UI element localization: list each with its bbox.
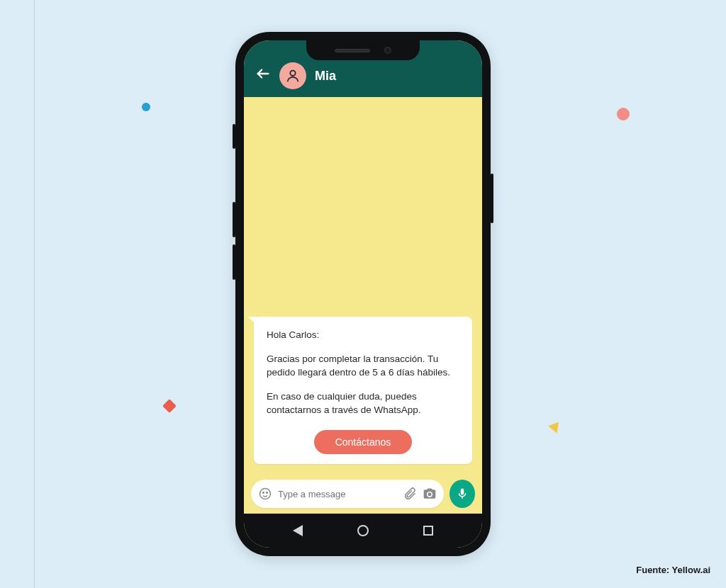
- speaker-icon: [335, 49, 370, 52]
- nav-back-button[interactable]: [291, 524, 305, 538]
- avatar[interactable]: [279, 62, 306, 89]
- bg-vertical-line: [34, 0, 35, 588]
- input-bar: [244, 474, 482, 514]
- square-icon: [423, 526, 433, 536]
- nav-home-button[interactable]: [356, 524, 370, 538]
- message-body-2: En caso de cualquier duda, puedes contac…: [267, 390, 459, 417]
- source-attribution: Fuente: Yellow.ai: [636, 565, 710, 575]
- contact-name: Mia: [315, 69, 336, 84]
- decorative-diamond-red: [162, 399, 177, 413]
- emoji-icon[interactable]: [258, 487, 272, 501]
- message-input[interactable]: [278, 489, 397, 499]
- message-greeting: Hola Carlos:: [267, 328, 459, 342]
- message-body-1: Gracias por completar la transacción. Tu…: [267, 352, 459, 380]
- chat-body: Hola Carlos: Gracias por completar la tr…: [244, 97, 482, 474]
- svg-point-1: [290, 71, 295, 76]
- svg-point-3: [263, 492, 264, 494]
- phone-side-button: [233, 244, 235, 280]
- circle-icon: [357, 525, 369, 536]
- message-input-pill: [251, 480, 444, 508]
- contact-button[interactable]: Contáctanos: [314, 430, 413, 454]
- decorative-dot-blue: [142, 103, 150, 111]
- phone-side-button: [491, 174, 493, 223]
- android-nav-bar: [244, 514, 482, 548]
- phone-frame: Mia Hola Carlos: Gracias por completar l…: [235, 32, 491, 556]
- phone-side-button: [233, 202, 235, 237]
- svg-point-4: [267, 492, 268, 494]
- mic-icon: [456, 487, 469, 500]
- phone-notch: [306, 40, 420, 60]
- svg-point-2: [260, 489, 271, 499]
- attach-icon[interactable]: [403, 487, 417, 501]
- phone-screen: Mia Hola Carlos: Gracias por completar l…: [244, 40, 482, 548]
- back-arrow-icon[interactable]: [255, 66, 271, 86]
- camera-icon[interactable]: [423, 487, 437, 501]
- camera-icon: [384, 47, 391, 54]
- nav-recent-button[interactable]: [421, 524, 435, 538]
- triangle-icon: [293, 525, 303, 536]
- phone-side-button: [233, 124, 235, 149]
- message-bubble: Hola Carlos: Gracias por completar la tr…: [254, 317, 472, 464]
- decorative-triangle-yellow: [548, 422, 562, 436]
- person-icon: [285, 68, 301, 84]
- mic-button[interactable]: [449, 480, 475, 508]
- decorative-dot-pink: [617, 108, 630, 120]
